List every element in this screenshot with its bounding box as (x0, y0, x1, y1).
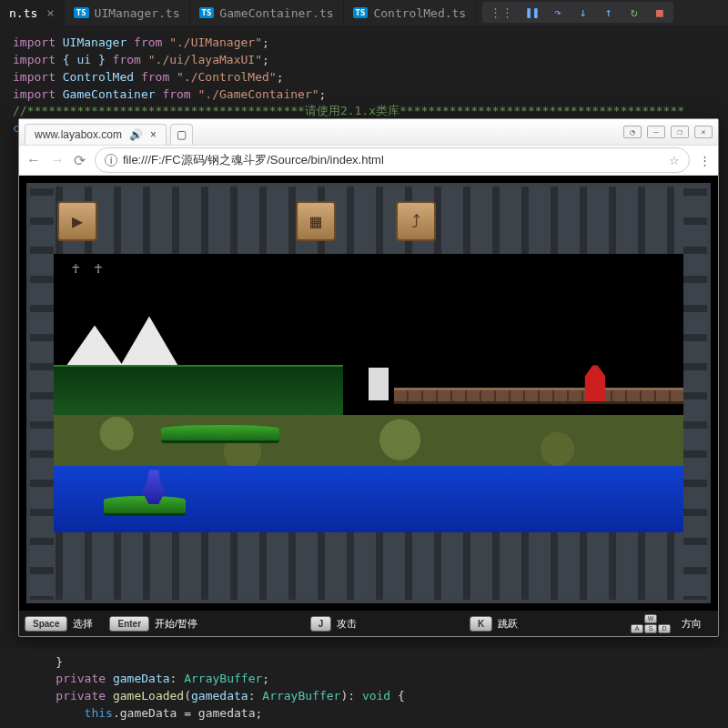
reload-button[interactable]: ⟳ (74, 152, 86, 169)
bridge (394, 388, 683, 404)
close-tab-icon[interactable]: × (150, 128, 157, 141)
user-icon[interactable]: ◔ (623, 126, 642, 138)
share-button[interactable]: ⤴ (396, 201, 436, 241)
key-enter: Enter (109, 616, 149, 632)
maximize-button[interactable]: ❐ (671, 126, 689, 138)
step-into-button[interactable]: ↓ (577, 6, 590, 19)
tab-label: UIManager.ts (95, 6, 180, 20)
sound-icon[interactable]: 🔊 (129, 128, 143, 141)
game-viewport: ▶ ▦ ⤴ ☥ ☥ Space 选择 Enter (19, 176, 718, 636)
jungle (54, 365, 343, 420)
tab-title: www.layabox.com (35, 128, 122, 141)
browser-menu-icon[interactable]: ⋮ (699, 154, 711, 167)
border-decoration (683, 187, 707, 600)
border-decoration (30, 532, 707, 600)
back-button[interactable]: ← (26, 152, 41, 168)
drag-handle-icon[interactable]: ⋮⋮ (490, 5, 513, 19)
platform (161, 425, 279, 443)
browser-window: www.layabox.com 🔊 × ▢ ◔ — ❐ × ← → ⟳ i fi… (18, 118, 719, 637)
close-window-button[interactable]: × (694, 126, 713, 138)
border-decoration (30, 187, 54, 600)
bookmark-icon[interactable]: ☆ (669, 154, 680, 167)
close-icon[interactable]: × (46, 5, 54, 20)
key-j: J (310, 616, 332, 632)
step-out-button[interactable]: ↑ (602, 6, 615, 19)
code-editor-bottom[interactable]: } private gameData: ArrayBuffer; private… (0, 649, 728, 728)
tab-gamecontainer[interactable]: TS GameContainer.ts (190, 0, 344, 25)
key-k: K (470, 616, 492, 632)
border-decoration (30, 187, 707, 254)
key-space: Space (25, 616, 67, 632)
hero-sprite (369, 368, 389, 400)
url-text: file:///F:/FC源码/钢之魂斗罗/Source/bin/index.h… (123, 152, 384, 168)
rank-button[interactable]: ▦ (296, 201, 336, 241)
ts-icon: TS (74, 7, 89, 18)
browser-titlebar: www.layabox.com 🔊 × ▢ ◔ — ❐ × (19, 119, 718, 145)
wasd-keys: W A S D (631, 614, 671, 633)
hint-select: 选择 (73, 617, 93, 631)
video-button[interactable]: ▶ (57, 201, 97, 241)
new-tab-button[interactable]: ▢ (170, 124, 193, 145)
hint-jump: 跳跃 (498, 617, 518, 631)
site-info-icon[interactable]: i (105, 154, 117, 167)
tab-controlmed[interactable]: TS ControlMed.ts (344, 0, 477, 25)
tab-current[interactable]: n.ts × (0, 0, 65, 25)
game-scene[interactable]: ☥ ☥ (54, 254, 683, 532)
forward-button[interactable]: → (50, 152, 65, 168)
tab-label: ControlMed.ts (373, 6, 466, 20)
hint-direction: 方向 (682, 617, 702, 631)
ts-icon: TS (353, 7, 369, 18)
ts-icon: TS (199, 7, 215, 18)
hint-attack: 攻击 (337, 617, 357, 631)
stop-button[interactable]: ■ (653, 6, 666, 19)
restart-button[interactable]: ↻ (628, 6, 641, 19)
url-input[interactable]: i file:///F:/FC源码/钢之魂斗罗/Source/bin/index… (95, 147, 690, 173)
browser-tab[interactable]: www.layabox.com 🔊 × (25, 124, 167, 145)
platform (104, 496, 186, 516)
lives-hud: ☥ ☥ (72, 261, 106, 276)
key-hints: Space 选择 Enter 开始/暂停 J 攻击 K 跳跃 W A S D 方… (19, 611, 718, 636)
browser-address-bar: ← → ⟳ i file:///F:/FC源码/钢之魂斗罗/Source/bin… (19, 145, 718, 176)
tab-label: GameContainer.ts (219, 6, 333, 20)
step-over-button[interactable]: ↷ (551, 6, 564, 19)
hint-start: 开始/暂停 (155, 617, 197, 631)
game-frame: ▶ ▦ ⤴ ☥ ☥ (26, 183, 711, 603)
debug-toolbar: ⋮⋮ ❚❚ ↷ ↓ ↑ ↻ ■ (482, 2, 673, 23)
tab-uimanager[interactable]: TS UIManager.ts (65, 0, 190, 25)
minimize-button[interactable]: — (647, 126, 665, 138)
pause-button[interactable]: ❚❚ (526, 6, 539, 19)
tab-label: n.ts (9, 6, 37, 20)
